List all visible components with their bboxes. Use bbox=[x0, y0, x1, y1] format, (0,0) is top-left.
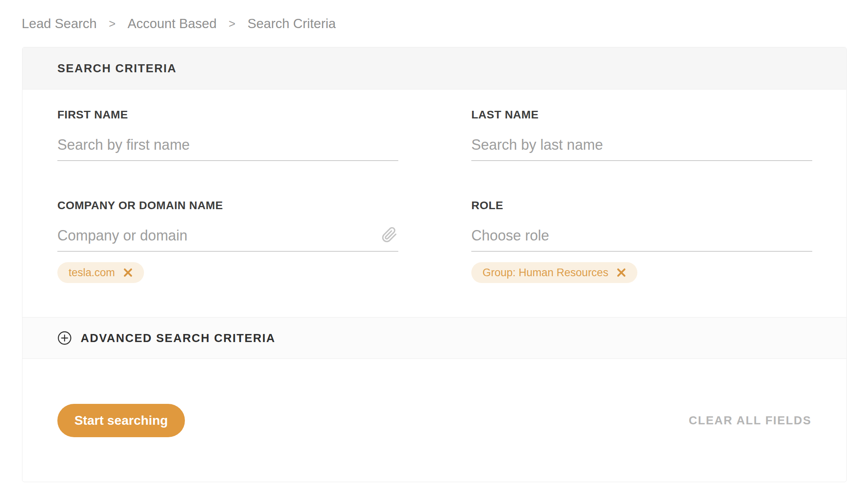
company-field-group: COMPANY OR DOMAIN NAME tesla.com bbox=[57, 200, 398, 283]
first-name-label: FIRST NAME bbox=[57, 109, 398, 121]
role-input[interactable] bbox=[471, 227, 812, 252]
advanced-search-toggle[interactable]: ADVANCED SEARCH CRITERIA bbox=[22, 317, 846, 359]
last-name-input[interactable] bbox=[471, 136, 812, 161]
plus-circle-icon bbox=[57, 331, 72, 345]
role-label: ROLE bbox=[471, 200, 812, 212]
company-tag-label: tesla.com bbox=[69, 267, 115, 279]
breadcrumb-separator: > bbox=[109, 17, 116, 31]
card-title: SEARCH CRITERIA bbox=[57, 62, 176, 75]
paperclip-icon[interactable] bbox=[381, 227, 397, 243]
breadcrumb-account-based[interactable]: Account Based bbox=[128, 16, 217, 31]
clear-all-fields-link[interactable]: CLEAR ALL FIELDS bbox=[689, 414, 811, 427]
company-tag-close-icon[interactable] bbox=[123, 268, 133, 277]
advanced-search-label: ADVANCED SEARCH CRITERIA bbox=[81, 332, 276, 345]
last-name-label: LAST NAME bbox=[471, 109, 812, 121]
first-name-input[interactable] bbox=[57, 136, 398, 161]
role-tag-close-icon[interactable] bbox=[617, 268, 626, 277]
company-input[interactable] bbox=[57, 227, 398, 252]
breadcrumb-lead-search[interactable]: Lead Search bbox=[22, 16, 97, 31]
breadcrumb-search-criteria: Search Criteria bbox=[247, 16, 336, 31]
company-label: COMPANY OR DOMAIN NAME bbox=[57, 200, 398, 212]
role-tag-label: Group: Human Resources bbox=[483, 267, 608, 279]
search-criteria-card: SEARCH CRITERIA FIRST NAME LAST NAME COM… bbox=[22, 47, 847, 482]
company-tag: tesla.com bbox=[57, 262, 144, 283]
last-name-field-group: LAST NAME bbox=[471, 109, 812, 161]
search-form: FIRST NAME LAST NAME COMPANY OR DOMAIN N… bbox=[22, 90, 846, 317]
role-tag: Group: Human Resources bbox=[471, 262, 637, 283]
card-footer: Start searching CLEAR ALL FIELDS bbox=[22, 359, 846, 482]
breadcrumb-separator: > bbox=[229, 17, 235, 31]
role-field-group: ROLE Group: Human Resources bbox=[471, 200, 812, 283]
breadcrumb: Lead Search > Account Based > Search Cri… bbox=[22, 16, 336, 31]
first-name-field-group: FIRST NAME bbox=[57, 109, 398, 161]
start-searching-button[interactable]: Start searching bbox=[57, 404, 185, 437]
card-header: SEARCH CRITERIA bbox=[22, 47, 846, 90]
